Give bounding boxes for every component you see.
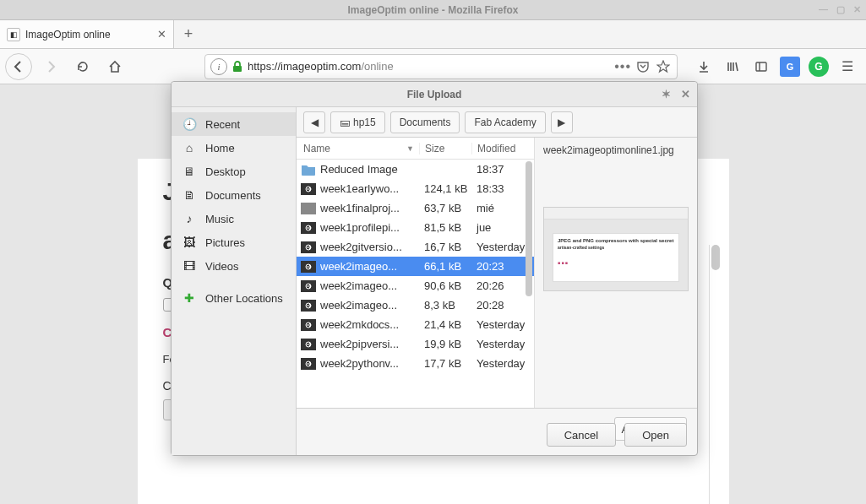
- file-size: 90,6 kB: [419, 279, 471, 292]
- pictures-icon: 🖼: [182, 235, 197, 250]
- forward-arrow-icon: [44, 60, 57, 73]
- page-scrollbar-thumb[interactable]: [711, 245, 720, 270]
- column-size[interactable]: Size: [419, 143, 471, 154]
- reload-button[interactable]: [69, 53, 96, 80]
- svg-rect-0: [233, 66, 242, 72]
- home-button[interactable]: [101, 53, 128, 80]
- file-name: Reduced Image: [320, 163, 419, 176]
- file-size: 63,7 kB: [419, 202, 471, 214]
- file-row[interactable]: week2imageo...8,3 kB20:28: [297, 295, 534, 315]
- pocket-icon[interactable]: [636, 61, 651, 73]
- svg-rect-5: [301, 203, 316, 214]
- sidebar-item-label: Pictures: [205, 236, 245, 249]
- cancel-button[interactable]: Cancel: [547, 423, 616, 447]
- menu-button[interactable]: ☰: [837, 57, 858, 77]
- site-info-icon[interactable]: i: [210, 58, 227, 75]
- preview-tiny-text: artisan-crafted settings: [558, 245, 604, 250]
- sidebar-item-desktop[interactable]: 🖥Desktop: [172, 160, 296, 183]
- library-icon[interactable]: [722, 57, 743, 77]
- file-list-header: Name▼ Size Modified: [297, 138, 534, 160]
- drive-icon: 🖴: [340, 117, 350, 128]
- open-button[interactable]: Open: [624, 423, 687, 447]
- file-name: week1earlywo...: [320, 182, 419, 195]
- translate-addon-icon[interactable]: G: [780, 57, 800, 77]
- tab-title: ImageOptim online: [25, 29, 111, 41]
- file-type-icon: [297, 222, 320, 234]
- breadcrumb-back-button[interactable]: ◀: [303, 111, 325, 133]
- file-upload-dialog: File Upload ✶ ✕ 🕘Recent ⌂Home 🖥Desktop 🗎…: [171, 81, 698, 456]
- bookmark-star-icon[interactable]: [656, 60, 672, 73]
- file-row[interactable]: week2imageo...66,1 kB20:23: [297, 257, 534, 276]
- column-modified[interactable]: Modified: [471, 143, 534, 154]
- file-list: Name▼ Size Modified Reduced Image18:37we…: [297, 138, 535, 408]
- file-row[interactable]: week2pipversi...19,9 kBYesterday: [297, 334, 534, 354]
- sidebar-item-documents[interactable]: 🗎Documents: [172, 183, 296, 207]
- sidebar-item-other-locations[interactable]: ✚Other Locations: [172, 286, 296, 310]
- column-name[interactable]: Name▼: [297, 143, 419, 154]
- file-size: 124,1 kB: [419, 182, 471, 195]
- file-size: 21,4 kB: [419, 318, 471, 331]
- back-button[interactable]: [5, 53, 32, 80]
- url-text: https://imageoptim.com/online: [248, 60, 609, 73]
- sidebar-toggle-icon[interactable]: [751, 57, 771, 77]
- breadcrumb-hp15[interactable]: 🖴hp15: [330, 111, 385, 133]
- address-bar[interactable]: i https://imageoptim.com/online •••: [204, 54, 678, 79]
- grammarly-addon-icon[interactable]: G: [809, 57, 829, 77]
- filelist-scrollbar-thumb[interactable]: [526, 161, 532, 296]
- file-name: week2pythonv...: [320, 357, 419, 370]
- clock-icon: 🕘: [182, 117, 197, 132]
- breadcrumb-documents[interactable]: Documents: [390, 111, 460, 133]
- sidebar-item-home[interactable]: ⌂Home: [172, 136, 296, 160]
- file-row[interactable]: week1profilepi...81,5 kBjue: [297, 218, 534, 237]
- file-type-icon: [297, 163, 320, 176]
- file-type-icon: [297, 203, 320, 214]
- sidebar-item-videos[interactable]: 🎞Videos: [172, 254, 296, 278]
- file-size: 66,1 kB: [419, 260, 471, 273]
- file-row[interactable]: week2imageo...90,6 kB20:26: [297, 276, 534, 295]
- file-size: 16,7 kB: [419, 241, 471, 253]
- tab-close-icon[interactable]: ✕: [157, 28, 166, 41]
- sidebar-item-recent[interactable]: 🕘Recent: [172, 112, 296, 136]
- filelist-scrollbar[interactable]: [524, 160, 534, 408]
- home-icon: ⌂: [182, 140, 197, 155]
- file-type-icon: [297, 300, 320, 312]
- file-row[interactable]: week1finalproj...63,7 kBmié: [297, 198, 534, 218]
- maximize-icon[interactable]: ▢: [836, 4, 845, 15]
- file-row[interactable]: week2pythonv...17,7 kBYesterday: [297, 354, 534, 373]
- sidebar-item-label: Videos: [205, 260, 239, 273]
- back-arrow-icon: [12, 60, 25, 73]
- sidebar-item-label: Other Locations: [205, 292, 283, 305]
- file-size: 8,3 kB: [419, 299, 471, 312]
- file-row[interactable]: week2gitversio...16,7 kBYesterday: [297, 237, 534, 257]
- file-row[interactable]: week1earlywo...124,1 kB18:33: [297, 179, 534, 198]
- dialog-maximize-icon[interactable]: ✶: [662, 88, 671, 100]
- new-tab-button[interactable]: +: [174, 20, 203, 48]
- file-size: 81,5 kB: [419, 221, 471, 234]
- sidebar-item-pictures[interactable]: 🖼Pictures: [172, 230, 296, 254]
- page-actions-icon[interactable]: •••: [614, 59, 631, 74]
- page-scrollbar[interactable]: [709, 245, 721, 504]
- minimize-icon[interactable]: —: [819, 4, 828, 15]
- places-sidebar: 🕘Recent ⌂Home 🖥Desktop 🗎Documents ♪Music…: [172, 107, 297, 455]
- file-row[interactable]: week2mkdocs...21,4 kBYesterday: [297, 315, 534, 334]
- lock-icon: [232, 61, 242, 73]
- dialog-close-icon[interactable]: ✕: [681, 88, 690, 100]
- downloads-icon[interactable]: [694, 57, 714, 77]
- breadcrumb-label: hp15: [353, 117, 376, 128]
- sidebar-item-label: Documents: [205, 189, 261, 202]
- reload-icon: [76, 60, 90, 73]
- sidebar-item-label: Recent: [205, 118, 240, 131]
- breadcrumb-fab-academy[interactable]: Fab Academy: [465, 111, 545, 133]
- close-window-icon[interactable]: ✕: [853, 4, 861, 15]
- sort-indicator-icon: ▼: [406, 144, 414, 153]
- sidebar-item-music[interactable]: ♪Music: [172, 207, 296, 230]
- tab-imageoptim[interactable]: ◧ ImageOptim online ✕: [0, 20, 174, 48]
- window-title: ImageOptim online - Mozilla Firefox: [347, 4, 518, 16]
- breadcrumb-bar: ◀ 🖴hp15 Documents Fab Academy ▶: [297, 107, 697, 138]
- breadcrumb-forward-button[interactable]: ▶: [551, 111, 573, 133]
- preview-thumbnail: JPEG and PNG compressors with special se…: [543, 207, 689, 291]
- file-size: 17,7 kB: [419, 357, 471, 370]
- file-row[interactable]: Reduced Image18:37: [297, 160, 534, 179]
- file-name: week2pipversi...: [320, 338, 419, 350]
- file-name: week2gitversio...: [320, 241, 419, 253]
